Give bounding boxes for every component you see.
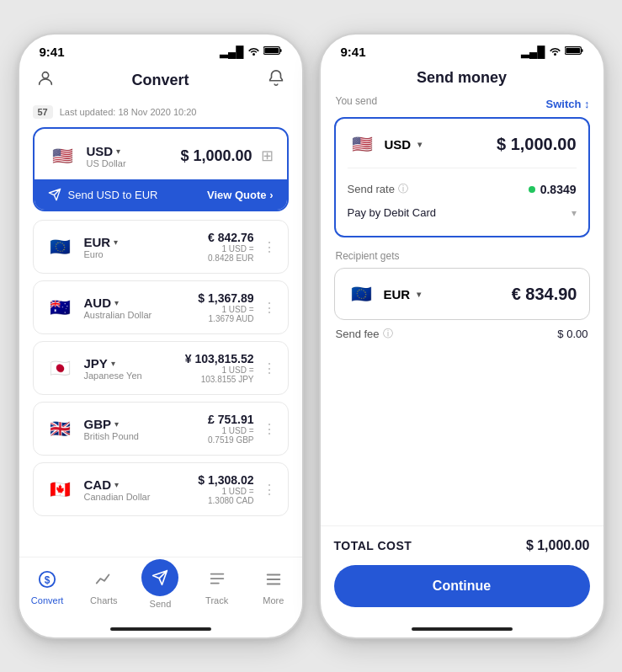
- recipient-row: 🇪🇺 EUR ▾ € 834.90: [347, 279, 577, 309]
- update-badge: 57: [33, 105, 53, 119]
- send-amount-value: $ 1,000.00: [497, 135, 577, 154]
- svg-rect-1: [264, 48, 279, 53]
- main-currency-left: 🇺🇸 USD ▾ US Dollar: [48, 141, 126, 171]
- currency-item-aud[interactable]: 🇦🇺 AUD ▾ Australian Dollar: [33, 280, 289, 334]
- status-bar-1: 9:41 ▂▄█: [19, 35, 302, 62]
- status-icons-1: ▂▄█: [220, 45, 281, 58]
- aud-name: Australian Dollar: [84, 310, 152, 320]
- header-send: Send money: [321, 62, 603, 95]
- jpy-info: JPY ▾ Japanese Yen: [84, 356, 142, 381]
- cad-amounts: $ 1,308.02 1 USD = 1.3080 CAD: [198, 473, 253, 505]
- send-quote-left: Send USD to EUR: [48, 188, 158, 201]
- currency-item-cad[interactable]: 🇨🇦 CAD ▾ Canadian Dollar: [33, 462, 289, 516]
- svg-rect-6: [210, 573, 224, 574]
- cad-rate: 1 USD = 1.3080 CAD: [198, 487, 253, 505]
- home-indicator-2: [321, 621, 603, 637]
- send-rate-row: Send rate ⓘ 0.8349: [348, 177, 577, 201]
- nav-item-track[interactable]: Track: [196, 570, 238, 605]
- send-currency-dropdown[interactable]: ▾: [417, 140, 422, 149]
- send-rate-value: 0.8349: [529, 183, 577, 196]
- track-nav-icon: [208, 570, 226, 593]
- send-label: Send USD to EUR: [68, 189, 158, 201]
- jpy-menu-icon[interactable]: ⋮: [263, 360, 276, 376]
- aud-left: 🇦🇺 AUD ▾ Australian Dollar: [45, 292, 152, 323]
- wifi-icon-2: [549, 45, 561, 58]
- eur-right: € 842.76 1 USD = 0.8428 EUR ⋮: [208, 231, 276, 263]
- svg-rect-11: [267, 583, 281, 584]
- switch-button[interactable]: Switch ↕: [545, 98, 589, 110]
- gbp-menu-icon[interactable]: ⋮: [263, 421, 276, 437]
- jpy-code: JPY: [84, 356, 108, 371]
- phone-send-money: 9:41 ▂▄█ Send money: [319, 33, 605, 639]
- eur-menu-icon[interactable]: ⋮: [263, 239, 276, 255]
- usd-amount: $ 1,000.00: [180, 147, 252, 165]
- jpy-left: 🇯🇵 JPY ▾ Japanese Yen: [45, 353, 142, 383]
- recipient-eur-flag: 🇪🇺: [347, 279, 377, 309]
- convert-nav-label: Convert: [31, 595, 64, 605]
- eur-name: Euro: [84, 249, 119, 259]
- status-bar-2: 9:41 ▂▄█: [321, 35, 603, 62]
- currency-item-gbp[interactable]: 🇬🇧 GBP ▾ British Pound £: [33, 402, 289, 456]
- total-cost-value: $ 1,000.00: [526, 538, 590, 553]
- send-fee-info-icon[interactable]: ⓘ: [383, 327, 393, 341]
- svg-rect-7: [210, 578, 224, 579]
- jpy-right: ¥ 103,815.52 1 USD = 103.8155 JPY ⋮: [185, 352, 276, 384]
- nav-item-more[interactable]: More: [253, 570, 295, 605]
- aud-code: AUD: [84, 296, 112, 310]
- jpy-name: Japanese Yen: [84, 371, 142, 381]
- nav-item-send[interactable]: Send: [139, 566, 181, 609]
- currency-item-eur[interactable]: 🇪🇺 EUR ▾ Euro € 842.76: [33, 220, 289, 274]
- aud-amounts: $ 1,367.89 1 USD = 1.3679 AUD: [198, 291, 253, 323]
- charts-nav-label: Charts: [90, 595, 117, 605]
- send-quote-bar[interactable]: Send USD to EUR View Quote ›: [35, 179, 287, 210]
- continue-button[interactable]: Continue: [334, 565, 590, 607]
- profile-icon[interactable]: [36, 69, 55, 92]
- currency-item-jpy[interactable]: 🇯🇵 JPY ▾ Japanese Yen ¥ 1: [33, 341, 289, 395]
- main-currency-card[interactable]: 🇺🇸 USD ▾ US Dollar $ 1,000.00: [33, 127, 289, 211]
- last-updated-text: Last updated: 18 Nov 2020 10:20: [60, 107, 197, 117]
- aud-amount: $ 1,367.89: [198, 291, 253, 305]
- gbp-right: £ 751.91 1 USD = 0.7519 GBP ⋮: [208, 413, 276, 445]
- eur-code: EUR: [84, 235, 111, 249]
- view-quote-label[interactable]: View Quote ›: [207, 189, 274, 201]
- bell-icon[interactable]: [267, 69, 285, 92]
- eur-info: EUR ▾ Euro: [84, 235, 119, 259]
- more-nav-icon: [264, 570, 283, 593]
- total-cost-row: TOTAL COST $ 1,000.00: [321, 525, 603, 565]
- send-rate-info-icon[interactable]: ⓘ: [398, 182, 408, 196]
- eur-left: 🇪🇺 EUR ▾ Euro: [45, 232, 119, 262]
- usd-dropdown-arrow[interactable]: ▾: [116, 147, 120, 156]
- cad-flag: 🇨🇦: [45, 474, 76, 504]
- more-nav-label: More: [263, 595, 284, 605]
- scene: 9:41 ▂▄█ Convert: [1, 16, 622, 656]
- currency-list: 🇪🇺 EUR ▾ Euro € 842.76: [33, 220, 289, 516]
- charts-nav-icon: [94, 570, 113, 593]
- recipient-amount: € 834.90: [512, 285, 577, 304]
- send-rate-label: Send rate ⓘ: [348, 182, 408, 196]
- pay-method-row[interactable]: Pay by Debit Card ▾: [348, 201, 577, 226]
- you-send-section: You send Switch ↕ 🇺🇸 USD ▾ $ 1,: [334, 95, 590, 237]
- aud-info: AUD ▾ Australian Dollar: [84, 296, 152, 320]
- switch-label: Switch ↕: [545, 98, 589, 110]
- main-currency-info: USD ▾ US Dollar: [87, 144, 126, 168]
- send-currency-selector[interactable]: 🇺🇸 USD ▾: [348, 129, 423, 159]
- recipient-currency-selector[interactable]: 🇪🇺 EUR ▾: [347, 279, 422, 309]
- cad-amount: $ 1,308.02: [198, 473, 253, 487]
- jpy-amounts: ¥ 103,815.52 1 USD = 103.8155 JPY: [185, 352, 254, 384]
- battery-icon-2: [565, 45, 583, 58]
- send-fee-row: Send fee ⓘ $ 0.00: [334, 320, 590, 348]
- aud-rate: 1 USD = 1.3679 AUD: [198, 305, 253, 323]
- cad-menu-icon[interactable]: ⋮: [263, 482, 276, 498]
- svg-rect-14: [581, 49, 582, 52]
- aud-menu-icon[interactable]: ⋮: [263, 300, 276, 316]
- nav-item-charts[interactable]: Charts: [82, 570, 125, 605]
- recipient-currency-dropdown[interactable]: ▾: [417, 290, 421, 299]
- send-amount-row: 🇺🇸 USD ▾ $ 1,000.00: [348, 129, 577, 159]
- gbp-code: GBP: [84, 417, 112, 431]
- send-fee-value: $ 0.00: [557, 328, 587, 340]
- home-indicator-1: [19, 621, 302, 637]
- calculator-icon[interactable]: ⊞: [261, 147, 274, 165]
- nav-item-convert[interactable]: $ Convert: [26, 570, 68, 605]
- svg-rect-2: [279, 49, 281, 52]
- track-nav-label: Track: [205, 595, 228, 605]
